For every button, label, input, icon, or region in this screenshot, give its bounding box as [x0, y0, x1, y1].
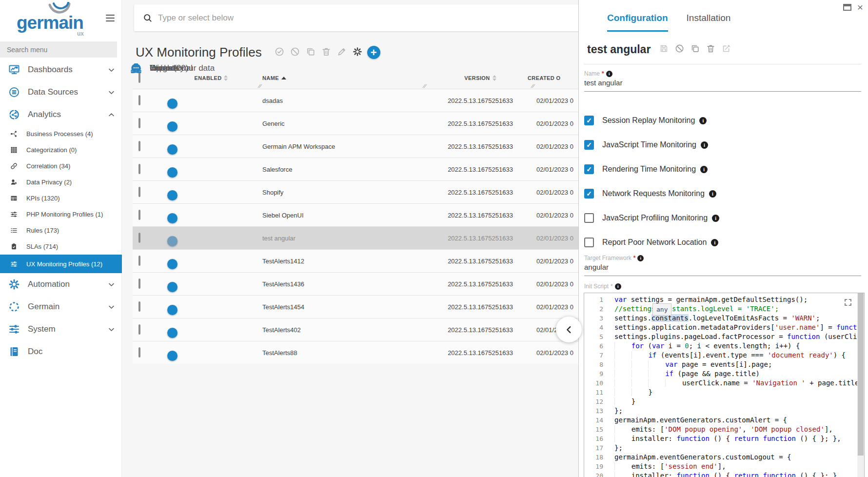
sidebar-item-label: Notes (20)	[150, 63, 188, 73]
user-icon	[10, 179, 18, 186]
duplicate-button[interactable]	[306, 47, 316, 59]
sidebar-item-label: Business Processes (4)	[26, 130, 93, 138]
name-field-value[interactable]: test angular	[584, 77, 861, 92]
monitoring-options: ✓Session Replay Monitoringi✓JavaScript T…	[584, 108, 719, 255]
search-icon	[143, 13, 152, 22]
row-checkbox[interactable]	[138, 164, 140, 174]
sidebar-item-system[interactable]: System	[0, 318, 122, 340]
sidebar-item-label: System	[28, 324, 56, 334]
row-checkbox[interactable]	[138, 118, 140, 128]
info-icon: i	[709, 190, 716, 198]
sidebar-item-php-monitoring-profiles-1[interactable]: PHP Monitoring Profiles (1)	[0, 206, 122, 222]
code-line: //settings.constants.logLevel = 'TRACE';	[614, 304, 857, 314]
checkbox[interactable]: ✓	[584, 164, 594, 174]
close-icon[interactable]: ×	[857, 4, 863, 11]
option-label: Rendering Time Monitoring	[602, 165, 696, 174]
disable-button[interactable]	[675, 44, 684, 55]
line-number: 8	[584, 360, 611, 369]
settings-button[interactable]	[353, 47, 362, 59]
sidebar-item-analytics[interactable]: Analytics	[0, 103, 122, 126]
sidebar-item-rules-173[interactable]: Rules (173)	[0, 222, 122, 238]
target-framework-value[interactable]: angular	[584, 261, 861, 276]
init-script-editor[interactable]: 1234567891011121314151617181920 var sett…	[584, 293, 865, 477]
checkbox[interactable]	[584, 238, 594, 247]
editor-scrollbar[interactable]	[857, 293, 864, 477]
line-number: 15	[584, 425, 611, 434]
delete-button[interactable]	[321, 47, 331, 59]
row-checkbox[interactable]	[138, 324, 140, 335]
save-button[interactable]	[659, 44, 669, 55]
cell-name: dsadas	[262, 97, 433, 104]
checkbox[interactable]: ✓	[584, 189, 594, 199]
add-button[interactable]: +	[367, 46, 380, 59]
copy-icon	[690, 44, 700, 55]
collapse-panel-button[interactable]	[556, 317, 582, 342]
info-icon: i	[701, 141, 708, 149]
maximize-icon[interactable]	[843, 4, 851, 11]
enable-button[interactable]	[275, 47, 284, 59]
row-checkbox[interactable]	[138, 210, 140, 220]
sidebar-item-doc[interactable]: Doc	[0, 340, 122, 363]
check-circle-icon	[275, 47, 284, 59]
edit-button[interactable]	[722, 44, 731, 55]
row-checkbox[interactable]	[138, 233, 140, 243]
expand-editor-icon[interactable]	[843, 297, 853, 308]
line-number: 6	[584, 341, 611, 351]
edit-button[interactable]	[337, 47, 347, 59]
sidebar-item-label: Categorization (0)	[26, 146, 77, 154]
info-icon: i	[699, 117, 707, 124]
sliders-icon	[10, 211, 18, 218]
detail-panel: × ConfigurationInstallation test angular…	[578, 0, 868, 477]
disable-button[interactable]	[290, 47, 300, 59]
line-number: 5	[584, 332, 611, 341]
row-checkbox[interactable]	[138, 278, 140, 289]
cell-name: TestAlerts1454	[262, 303, 433, 311]
row-checkbox[interactable]	[138, 347, 140, 358]
option-network-requests-monitoring[interactable]: ✓Network Requests Monitoringi	[584, 181, 719, 206]
sidebar-item-germain[interactable]: Germain	[0, 296, 122, 318]
edit-icon	[722, 44, 731, 55]
delete-button[interactable]	[706, 44, 715, 55]
sidebar-item-kpis-1320[interactable]: KPIs (1320)	[0, 190, 122, 206]
sidebar-item-automation[interactable]: Automation	[0, 273, 122, 296]
row-checkbox[interactable]	[138, 301, 140, 312]
checkbox[interactable]: ✓	[584, 116, 594, 125]
checkbox[interactable]: ✓	[584, 140, 594, 150]
column-resize-handle[interactable]: //	[258, 83, 262, 89]
row-checkbox[interactable]	[138, 141, 140, 151]
sidebar-item-data-sources[interactable]: Data Sources	[0, 81, 122, 103]
sidebar-item-data-privacy-2[interactable]: Data Privacy (2)	[0, 174, 122, 190]
hamburger-menu-icon[interactable]	[106, 15, 115, 21]
sidebar-item-categorization-0[interactable]: Categorization (0)	[0, 142, 122, 158]
sidebar-item-correlation-34[interactable]: Correlation (34)	[0, 158, 122, 174]
option-label: JavaScript Time Monitoring	[602, 140, 696, 149]
option-javascript-time-monitoring[interactable]: ✓JavaScript Time Monitoringi	[584, 133, 719, 157]
sidebar-item-business-processes-4[interactable]: Business Processes (4)	[0, 126, 122, 142]
column-resize-handle[interactable]: //	[531, 83, 535, 89]
info-icon: i	[615, 283, 621, 290]
duplicate-button[interactable]	[690, 44, 700, 55]
sidebar-item-ux-monitoring-profiles-12[interactable]: UX Monitoring Profiles (12)	[0, 255, 122, 273]
checkbox[interactable]	[584, 213, 594, 223]
row-checkbox[interactable]	[138, 187, 140, 197]
option-report-poor-network-location[interactable]: Report Poor Network Locationi	[584, 230, 719, 255]
name-field-label: Name*i	[584, 70, 861, 77]
option-session-replay-monitoring[interactable]: ✓Session Replay Monitoringi	[584, 108, 719, 133]
tab-installation[interactable]: Installation	[687, 13, 731, 32]
column-resize-handle[interactable]: //	[423, 83, 427, 89]
row-checkbox[interactable]	[138, 95, 140, 105]
sidebar-search-input[interactable]: Search menu	[0, 41, 117, 58]
record-title: test angular	[587, 43, 651, 56]
editor-scrollbar-thumb[interactable]	[858, 293, 864, 456]
row-checkbox[interactable]	[138, 256, 140, 266]
option-rendering-time-monitoring[interactable]: ✓Rendering Time Monitoringi	[584, 157, 719, 181]
sidebar-item-slas-714[interactable]: SLAs (714)	[0, 238, 122, 255]
sidebar-item-dashboards[interactable]: Dashboards	[0, 59, 122, 81]
cell-version: 2022.5.13.1675251633	[433, 303, 528, 311]
dashboard-icon	[8, 64, 20, 76]
tab-configuration[interactable]: Configuration	[607, 13, 668, 32]
option-javascript-profiling-monitoring[interactable]: JavaScript Profiling Monitoringi	[584, 206, 719, 230]
target-framework-field: Target Framework*i angular	[584, 255, 861, 276]
code-line: if (events[i].event.type === 'document r…	[614, 351, 857, 360]
chevron-left-icon	[564, 324, 574, 335]
